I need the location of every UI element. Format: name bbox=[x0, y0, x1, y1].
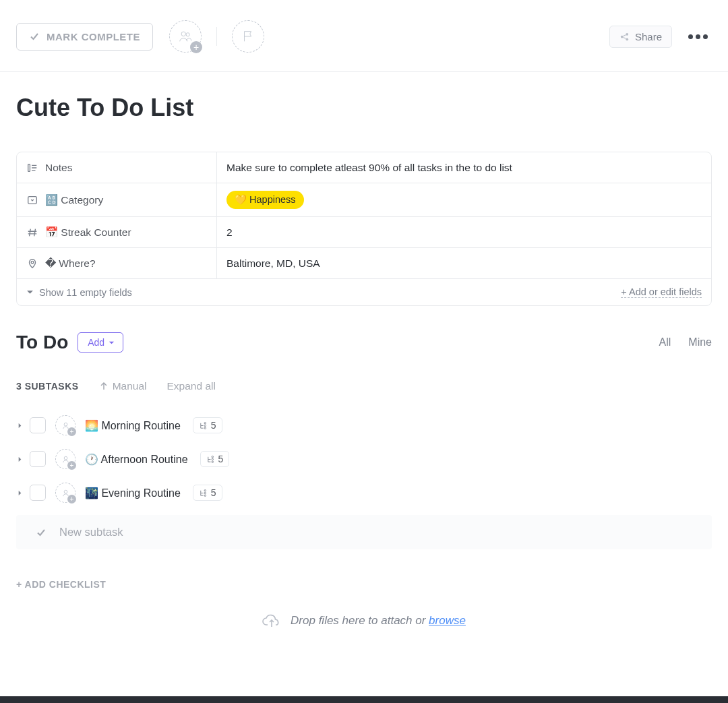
chevron-right-icon bbox=[17, 490, 23, 496]
filter-all[interactable]: All bbox=[659, 336, 671, 348]
filter-mine[interactable]: Mine bbox=[688, 336, 712, 348]
dot-icon bbox=[696, 34, 700, 39]
subtask-name[interactable]: 🌅 Morning Routine bbox=[85, 419, 181, 432]
dropzone-text: Drop files here to attach or bbox=[291, 614, 429, 627]
plus-badge-icon: + bbox=[67, 427, 76, 436]
browse-link[interactable]: browse bbox=[429, 614, 466, 627]
share-icon bbox=[619, 32, 630, 42]
svg-point-13 bbox=[212, 456, 213, 457]
field-label[interactable]: � Where? bbox=[17, 248, 217, 278]
plus-badge-icon: + bbox=[67, 495, 76, 503]
add-subtask-button[interactable]: Add bbox=[78, 332, 123, 353]
attachment-dropzone[interactable]: Drop files here to attach or browse bbox=[16, 598, 712, 644]
check-icon bbox=[29, 31, 40, 42]
dot-icon bbox=[688, 34, 693, 39]
subtask-checkbox[interactable] bbox=[30, 485, 46, 501]
dot-icon bbox=[703, 34, 708, 39]
show-empty-fields-button[interactable]: Show 11 empty fields bbox=[26, 287, 132, 298]
svg-point-11 bbox=[204, 427, 206, 429]
svg-point-12 bbox=[64, 456, 67, 460]
assign-button[interactable]: + bbox=[55, 449, 75, 469]
location-field-icon bbox=[26, 257, 38, 270]
custom-fields-table: Notes Make sure to complete atleast 90% … bbox=[16, 152, 712, 306]
new-subtask-input[interactable]: New subtask bbox=[16, 515, 712, 549]
svg-point-0 bbox=[181, 32, 185, 36]
field-label[interactable]: Notes bbox=[17, 152, 217, 183]
dropdown-field-icon bbox=[26, 194, 38, 206]
field-value[interactable]: Baltimore, MD, USA bbox=[217, 248, 711, 278]
flag-icon bbox=[241, 29, 255, 44]
subtask-count-badge[interactable]: 5 bbox=[193, 485, 222, 501]
svg-point-19 bbox=[204, 495, 206, 496]
svg-rect-5 bbox=[28, 164, 30, 171]
cloud-upload-icon bbox=[262, 611, 281, 630]
expand-chevron[interactable] bbox=[16, 490, 23, 496]
svg-point-17 bbox=[204, 489, 206, 491]
text-field-icon bbox=[26, 162, 38, 174]
bottom-bar bbox=[0, 696, 728, 703]
subtask-count-badge[interactable]: 5 bbox=[200, 451, 230, 467]
people-icon bbox=[178, 29, 193, 44]
field-row-streak: 📅 Streak Counter 2 bbox=[17, 217, 711, 248]
expand-all-button[interactable]: Expand all bbox=[167, 380, 216, 392]
field-row-notes: Notes Make sure to complete atleast 90% … bbox=[17, 152, 711, 183]
caret-down-icon bbox=[26, 288, 34, 296]
field-label[interactable]: 📅 Streak Counter bbox=[17, 217, 217, 247]
arrow-up-icon bbox=[99, 381, 109, 391]
fields-footer: Show 11 empty fields + Add or edit field… bbox=[17, 279, 711, 305]
category-tag[interactable]: 💛 Happiness bbox=[226, 191, 304, 209]
check-icon bbox=[35, 526, 47, 539]
expand-chevron[interactable] bbox=[16, 456, 23, 462]
field-row-category: 🔠 Category 💛 Happiness bbox=[17, 183, 711, 217]
subtask-row: + 🌅 Morning Routine 5 bbox=[16, 408, 712, 442]
svg-point-7 bbox=[31, 261, 34, 264]
svg-point-18 bbox=[204, 492, 206, 493]
plus-badge-icon: + bbox=[67, 461, 76, 470]
subtask-checkbox[interactable] bbox=[30, 451, 46, 467]
svg-point-1 bbox=[186, 33, 189, 36]
svg-point-10 bbox=[204, 425, 206, 426]
svg-point-4 bbox=[626, 38, 628, 40]
svg-point-3 bbox=[626, 32, 628, 35]
add-assignee-button[interactable]: + bbox=[169, 20, 202, 53]
caret-down-icon bbox=[109, 340, 115, 346]
subtask-count: 3 SUBTASKS bbox=[16, 381, 79, 392]
sort-button[interactable]: Manual bbox=[99, 380, 147, 392]
chevron-right-icon bbox=[17, 456, 23, 462]
share-label: Share bbox=[635, 31, 662, 42]
number-field-icon bbox=[26, 226, 38, 239]
page-title[interactable]: Cute To Do List bbox=[16, 94, 712, 122]
chevron-right-icon bbox=[17, 423, 23, 429]
plus-badge-icon: + bbox=[190, 41, 202, 53]
share-button[interactable]: Share bbox=[609, 26, 672, 48]
svg-point-15 bbox=[212, 461, 213, 462]
field-label[interactable]: 🔠 Category bbox=[17, 183, 217, 216]
svg-point-16 bbox=[64, 490, 67, 493]
mark-complete-label: MARK COMPLETE bbox=[47, 31, 140, 42]
more-menu-button[interactable] bbox=[684, 30, 712, 43]
field-value[interactable]: 2 bbox=[217, 217, 711, 247]
add-priority-button[interactable] bbox=[232, 20, 264, 53]
assign-button[interactable]: + bbox=[55, 415, 75, 435]
svg-point-9 bbox=[204, 422, 206, 423]
subtask-name[interactable]: 🕐 Afternoon Routine bbox=[85, 453, 188, 466]
subtask-count-badge[interactable]: 5 bbox=[193, 417, 222, 433]
svg-point-2 bbox=[621, 35, 624, 38]
subtasks-icon bbox=[199, 489, 208, 497]
subtask-row: + 🕐 Afternoon Routine 5 bbox=[16, 442, 712, 476]
subtask-name[interactable]: 🌃 Evening Routine bbox=[85, 487, 181, 499]
subtasks-icon bbox=[199, 421, 208, 430]
subtask-row: + 🌃 Evening Routine 5 bbox=[16, 476, 712, 510]
svg-point-8 bbox=[64, 423, 67, 426]
svg-point-14 bbox=[212, 458, 213, 460]
mark-complete-button[interactable]: MARK COMPLETE bbox=[16, 23, 153, 51]
expand-chevron[interactable] bbox=[16, 423, 23, 429]
field-value[interactable]: 💛 Happiness bbox=[217, 183, 711, 216]
field-value[interactable]: Make sure to complete atleast 90% of all… bbox=[217, 152, 711, 183]
add-edit-fields-button[interactable]: + Add or edit fields bbox=[621, 286, 702, 298]
add-checklist-button[interactable]: + ADD CHECKLIST bbox=[16, 579, 712, 590]
field-row-where: � Where? Baltimore, MD, USA bbox=[17, 248, 711, 279]
assign-button[interactable]: + bbox=[55, 483, 75, 503]
subtask-checkbox[interactable] bbox=[30, 417, 46, 433]
toolbar-divider bbox=[216, 27, 217, 46]
